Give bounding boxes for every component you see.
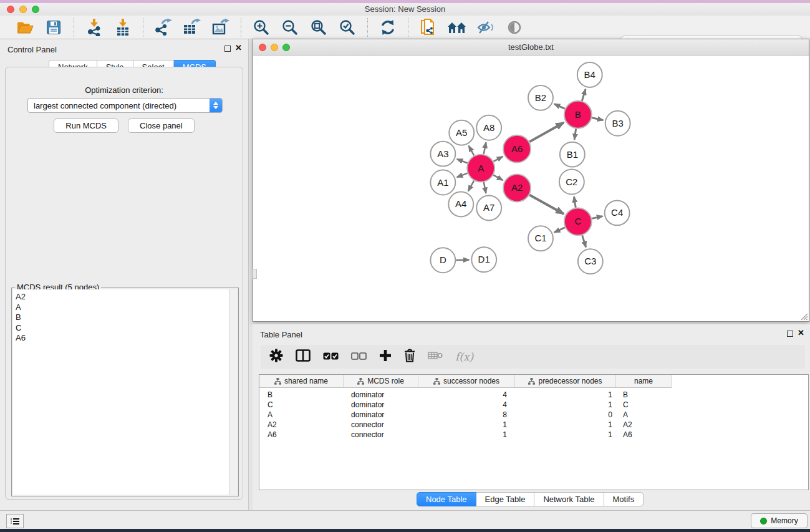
graph-edge-C-C1[interactable]: [554, 228, 565, 233]
table-cell[interactable]: B: [259, 390, 344, 399]
deselect-all-icon[interactable]: [351, 351, 367, 362]
show-panels-icon[interactable]: [504, 17, 524, 37]
settings-gear-icon[interactable]: [269, 349, 283, 365]
function-builder-icon[interactable]: f(x): [455, 351, 473, 363]
graph-edge-B-B2[interactable]: [554, 104, 565, 109]
zoom-in-icon[interactable]: [251, 17, 271, 37]
memory-button[interactable]: Memory: [751, 513, 808, 528]
table-cell[interactable]: 4: [418, 390, 515, 399]
select-all-icon[interactable]: [323, 351, 339, 362]
graph-node-A4[interactable]: A4: [448, 191, 473, 216]
export-image-icon[interactable]: [211, 17, 231, 37]
table-cell[interactable]: C: [259, 400, 344, 409]
graph-edge-A6-B[interactable]: [529, 122, 564, 142]
graph-edge-A-A2[interactable]: [493, 175, 503, 180]
graph-node-C[interactable]: C: [564, 208, 592, 235]
table-cell[interactable]: 1: [515, 390, 616, 399]
tab-edge-table[interactable]: Edge Table: [476, 492, 535, 506]
table-cell[interactable]: B: [616, 390, 672, 399]
refresh-icon[interactable]: [378, 17, 398, 37]
table-cell[interactable]: A2: [259, 420, 344, 429]
hide-panels-icon[interactable]: [476, 17, 496, 37]
graph-edge-A-A5[interactable]: [469, 146, 474, 156]
graph-edge-A-A1[interactable]: [457, 173, 468, 177]
graph-edge-A-A7[interactable]: [484, 182, 486, 193]
delete-table-icon[interactable]: [428, 351, 443, 362]
graph-node-C4[interactable]: C4: [605, 200, 630, 225]
zoom-fit-icon[interactable]: [309, 17, 329, 37]
graph-edge-B-B1[interactable]: [574, 129, 576, 140]
column-header-successor-nodes[interactable]: successor nodes: [418, 375, 515, 387]
minimize-window-button[interactable]: [19, 6, 27, 13]
window-resize-grip[interactable]: [800, 312, 808, 321]
graph-edge-C-C2[interactable]: [574, 196, 576, 208]
export-network-icon[interactable]: [153, 17, 173, 37]
network-canvas[interactable]: B4B2BB3A5A8A6A3B1AA1C2A2A4A7C4CC1C3DD1: [253, 56, 809, 321]
table-cell[interactable]: 1: [418, 420, 515, 429]
graph-edge-A-A4[interactable]: [468, 181, 474, 191]
graph-node-A2[interactable]: A2: [503, 175, 531, 202]
graph-node-A3[interactable]: A3: [430, 142, 455, 167]
table-cell[interactable]: dominator: [344, 400, 418, 409]
network-close-button[interactable]: [259, 44, 266, 51]
save-session-icon[interactable]: [44, 17, 64, 37]
table-cell[interactable]: connector: [344, 430, 418, 439]
graph-node-D[interactable]: D: [430, 248, 455, 273]
column-header-predecessor-nodes[interactable]: predecessor nodes: [515, 375, 616, 387]
column-header-shared-name[interactable]: shared name: [259, 375, 344, 387]
graph-node-A[interactable]: A: [467, 155, 494, 182]
table-cell[interactable]: dominator: [344, 390, 418, 399]
graph-node-C2[interactable]: C2: [559, 170, 584, 195]
graph-edge-A2-C[interactable]: [529, 195, 564, 214]
graph-node-B4[interactable]: B4: [577, 62, 602, 87]
table-cell[interactable]: C: [616, 400, 672, 409]
graph-node-A5[interactable]: A5: [449, 120, 474, 145]
close-panel-icon[interactable]: ✕: [235, 44, 242, 52]
graph-node-A8[interactable]: A8: [476, 115, 501, 140]
table-row[interactable]: Adominator80A: [259, 410, 808, 420]
graph-edge-A-A3[interactable]: [457, 159, 468, 163]
float-table-panel-icon[interactable]: [787, 331, 793, 337]
graph-edge-B-B3[interactable]: [592, 118, 603, 120]
table-cell[interactable]: dominator: [344, 410, 418, 419]
run-mcds-button[interactable]: Run MCDS: [54, 118, 118, 133]
task-history-button[interactable]: [6, 514, 24, 528]
graph-edge-C-C3[interactable]: [582, 235, 586, 247]
import-network-icon[interactable]: [84, 17, 104, 37]
table-cell[interactable]: 1: [515, 430, 616, 439]
zoom-selected-icon[interactable]: [337, 17, 357, 37]
graph-node-A1[interactable]: A1: [430, 170, 455, 195]
open-session-icon[interactable]: [15, 17, 35, 37]
table-cell[interactable]: A2: [616, 420, 672, 429]
criterion-dropdown[interactable]: largest connected component (directed): [27, 98, 223, 113]
tab-network-table[interactable]: Network Table: [534, 492, 604, 506]
result-scrollbar[interactable]: [229, 289, 237, 495]
column-header-MCDS-role[interactable]: MCDS role: [344, 375, 418, 387]
graph-node-B3[interactable]: B3: [605, 111, 630, 136]
table-cell[interactable]: 1: [515, 400, 616, 409]
add-row-icon[interactable]: [379, 349, 392, 364]
graph-edge-B-B4[interactable]: [582, 89, 586, 101]
table-row[interactable]: Bdominator41B: [259, 390, 808, 400]
zoom-out-icon[interactable]: [280, 17, 300, 37]
graph-node-B1[interactable]: B1: [560, 142, 585, 167]
tab-motifs[interactable]: Motifs: [604, 492, 644, 506]
table-cell[interactable]: 4: [418, 400, 515, 409]
graph-node-C1[interactable]: C1: [528, 226, 553, 251]
table-cell[interactable]: 8: [418, 410, 515, 419]
graph-node-A7[interactable]: A7: [476, 195, 501, 220]
import-table-icon[interactable]: [113, 17, 133, 37]
table-cell[interactable]: 1: [418, 430, 515, 439]
close-window-button[interactable]: [7, 6, 14, 13]
zoom-window-button[interactable]: [32, 6, 39, 13]
table-cell[interactable]: 1: [515, 420, 616, 429]
table-cell[interactable]: connector: [344, 420, 418, 429]
table-cell[interactable]: 0: [515, 410, 616, 419]
table-cell[interactable]: A: [259, 410, 344, 419]
tab-node-table[interactable]: Node Table: [417, 492, 476, 506]
table-cell[interactable]: A: [616, 410, 672, 419]
table-cell[interactable]: A6: [259, 430, 344, 439]
export-table-icon[interactable]: [182, 17, 202, 37]
graph-edge-A-A6[interactable]: [493, 157, 503, 162]
table-row[interactable]: A2connector11A2: [259, 420, 808, 430]
